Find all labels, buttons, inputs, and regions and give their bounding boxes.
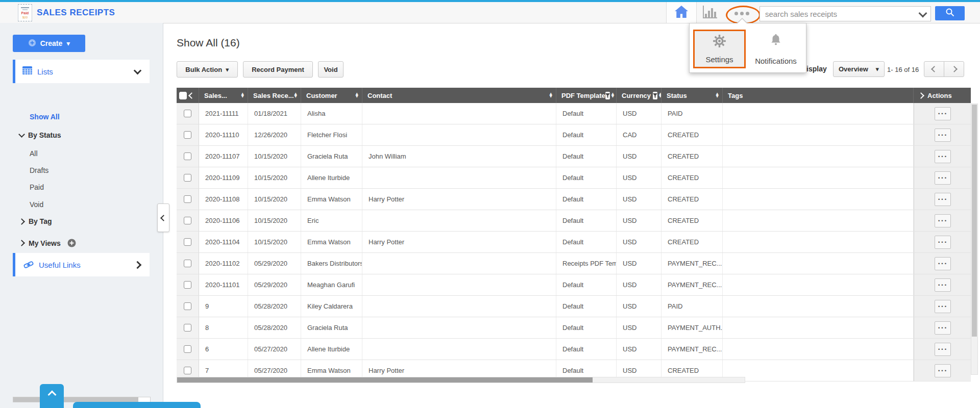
row-actions-button[interactable]: •••	[935, 193, 951, 206]
cell-pdf-template: Default	[556, 146, 617, 167]
row-checkbox[interactable]	[184, 110, 191, 117]
select-all-checkbox[interactable]	[179, 92, 187, 99]
sort-icon[interactable]: ▲▼	[356, 93, 358, 98]
table-row: 2020-11102 05/29/2020 Bakers Distributor…	[177, 253, 971, 274]
row-actions-button[interactable]: •••	[935, 107, 951, 120]
sort-icon[interactable]: ▲▼	[241, 93, 244, 98]
sidebar-section-by-status[interactable]: By Status	[19, 131, 61, 139]
sidebar-item-useful-links[interactable]: Useful Links	[13, 253, 150, 276]
row-checkbox[interactable]	[184, 174, 191, 182]
row-checkbox[interactable]	[184, 217, 191, 224]
sort-icon[interactable]: ▲▼	[611, 93, 614, 98]
sidebar-item-show-all[interactable]: Show All	[30, 113, 60, 121]
row-checkbox[interactable]	[184, 260, 191, 267]
table-vertical-scrollbar[interactable]	[971, 104, 978, 375]
sidebar-section-by-tag[interactable]: By Tag	[19, 217, 52, 225]
search-button[interactable]	[935, 6, 965, 20]
scroll-to-top-button[interactable]	[40, 384, 64, 408]
sidebar-section-my-views[interactable]: My Views	[19, 239, 76, 247]
home-button[interactable]	[666, 2, 697, 23]
sort-icon[interactable]: ▲▼	[295, 93, 297, 98]
column-header-customer[interactable]: Customer ▲▼	[301, 88, 362, 103]
search-input[interactable]	[760, 8, 915, 20]
row-checkbox[interactable]	[184, 367, 191, 374]
filter-icon[interactable]	[605, 92, 610, 99]
row-actions-button[interactable]: •••	[935, 236, 951, 249]
column-header-pdf-template[interactable]: PDF Template ▲▼	[556, 88, 617, 103]
cell-customer: Eric	[301, 210, 362, 231]
row-actions-button[interactable]: •••	[935, 129, 951, 142]
cell-sales-number: 2020-11109	[199, 167, 248, 188]
search-dropdown-button[interactable]	[915, 12, 930, 16]
sidebar-item-void[interactable]: Void	[30, 200, 43, 209]
add-view-button[interactable]	[67, 239, 76, 247]
cell-status: CREATED	[662, 210, 723, 231]
next-page-button[interactable]	[944, 61, 964, 77]
bulk-action-button[interactable]: Bulk Action ▾	[177, 61, 238, 78]
sidebar-item-lists[interactable]: Lists	[13, 60, 150, 83]
row-checkbox[interactable]	[184, 131, 191, 139]
cell-tags	[723, 360, 914, 381]
row-actions-button[interactable]: •••	[935, 150, 951, 163]
scrollbar-thumb[interactable]	[177, 377, 593, 382]
column-header-sales-number[interactable]: Sales... ▲▼	[199, 88, 248, 103]
column-header-contact[interactable]: Contact ▲▼	[362, 88, 556, 103]
plus-circle-icon	[28, 39, 36, 48]
row-checkbox[interactable]	[184, 152, 191, 160]
prev-page-button[interactable]	[924, 61, 944, 77]
row-actions-button[interactable]: •••	[935, 214, 951, 227]
sidebar-item-drafts[interactable]: Drafts	[30, 166, 48, 174]
more-menu-popup: Settings Notifications	[689, 23, 806, 73]
cell-contact	[362, 274, 556, 295]
row-checkbox[interactable]	[184, 302, 191, 310]
scrollbar-thumb[interactable]	[972, 105, 977, 337]
sidebar-item-all[interactable]: All	[30, 149, 38, 158]
record-payment-button[interactable]: Record Payment	[243, 61, 313, 78]
sidebar-item-paid[interactable]: Paid	[30, 183, 44, 191]
column-header-currency[interactable]: Currency ▲▼	[617, 88, 662, 103]
cell-status: CREATED	[662, 232, 723, 252]
settings-menu-item[interactable]: Settings	[693, 30, 746, 68]
cell-sales-number: 2020-11107	[199, 146, 248, 167]
cell-tags	[723, 339, 914, 360]
scrollbar-thumb[interactable]	[13, 397, 138, 402]
pagination-range: 1- 16 of 16	[887, 66, 919, 73]
row-actions-button[interactable]: •••	[935, 300, 951, 313]
display-select[interactable]: Overview ▾	[833, 61, 885, 77]
row-checkbox[interactable]	[184, 195, 191, 203]
sort-icon[interactable]: ▲▼	[550, 93, 552, 98]
row-checkbox[interactable]	[184, 324, 191, 332]
row-actions-button[interactable]: •••	[935, 321, 951, 335]
cell-status: PAID	[662, 103, 723, 124]
collapse-column-button[interactable]	[188, 92, 195, 99]
row-checkbox[interactable]	[184, 281, 191, 289]
column-header-tags[interactable]: Tags	[723, 88, 914, 103]
row-actions-button[interactable]: •••	[935, 257, 951, 270]
filter-icon[interactable]	[653, 92, 657, 99]
sidebar-collapse-handle[interactable]	[157, 203, 169, 232]
receipt-logo-icon: Paid $20	[18, 4, 32, 21]
cell-sales-receipt-date: 01/18/2021	[248, 103, 301, 124]
table-horizontal-scrollbar[interactable]	[177, 377, 745, 383]
create-button[interactable]: Create ▾	[13, 35, 85, 52]
cell-currency: USD	[617, 296, 662, 317]
row-actions-button[interactable]: •••	[935, 343, 951, 356]
table-header-row: Sales... ▲▼ Sales Rece... ▲▼ Customer ▲▼…	[177, 88, 971, 103]
cell-sales-number: 2020-11101	[199, 274, 248, 295]
notifications-menu-item[interactable]: Notifications	[749, 30, 802, 68]
cell-pdf-template: Default	[556, 124, 617, 145]
row-checkbox[interactable]	[184, 345, 191, 353]
analytics-button[interactable]	[698, 5, 722, 20]
void-button[interactable]: Void	[318, 61, 344, 78]
sort-icon[interactable]: ▲▼	[716, 93, 719, 98]
column-header-sales-receipt-date[interactable]: Sales Rece... ▲▼	[248, 88, 301, 103]
row-checkbox[interactable]	[184, 238, 191, 246]
column-header-actions[interactable]: Actions	[914, 88, 971, 103]
row-actions-button[interactable]: •••	[935, 364, 951, 377]
row-actions-button[interactable]: •••	[935, 278, 951, 292]
cell-contact	[362, 317, 556, 338]
row-actions-button[interactable]: •••	[935, 171, 951, 185]
cell-customer: Fletcher Flosi	[301, 124, 362, 145]
cell-contact	[362, 339, 556, 360]
column-header-status[interactable]: Status ▲▼	[662, 88, 723, 103]
